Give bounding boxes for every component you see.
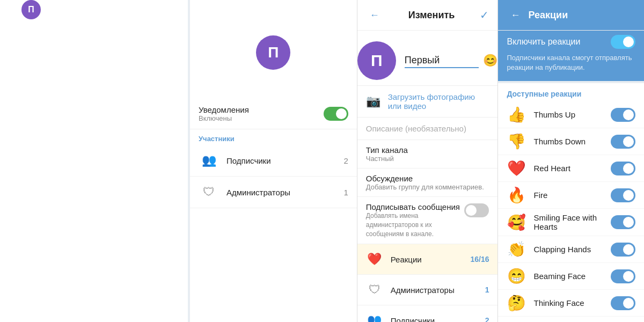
channel-banner-2: ← ✎ ⋮ П Первый частный канал [190, 0, 357, 99]
emoji-button[interactable]: 😊 [483, 54, 497, 68]
reaction-name-1: Thumbs Down [533, 137, 611, 146]
reaction-toggle-3[interactable] [611, 188, 635, 202]
name-input-wrap [405, 54, 479, 68]
reaction-toggle-2[interactable] [611, 162, 635, 175]
mid-menu-item-2[interactable]: 👥 Подписчики 2 [357, 305, 498, 322]
participants-section-header: Участники [190, 129, 357, 145]
reaction-emoji-6: 😁 [507, 267, 526, 285]
channel-center-info: П Первый частный канал [190, 30, 357, 99]
reaction-emoji-2: ❤️ [507, 159, 526, 177]
back-button-1[interactable]: ← [0, 1, 17, 18]
discussion-item[interactable]: Обсуждение Добавить группу для комментар… [357, 169, 498, 197]
menu-badge-1: 1 [485, 286, 489, 294]
reaction-emoji-5: 👏 [507, 240, 526, 258]
reaction-item-7: 🤔 Thinking Face [498, 290, 644, 317]
admins-text: Администраторы [226, 188, 343, 197]
mid-menu-list: ❤️ Реакции 16/16 🛡 Администраторы 1 👥 По… [357, 244, 498, 322]
subscribers-icon: 👥 [199, 150, 219, 171]
avatar-mid: П [357, 41, 396, 80]
more-button-2[interactable]: ⋮ [331, 6, 348, 24]
reaction-item-0: 👍 Thumbs Up [498, 101, 644, 128]
more-button-1[interactable]: ⋮ [171, 1, 188, 18]
channel-header-top: ← П Первый 2 подписчика ⋮ [0, 0, 188, 19]
mid-menu-item-0[interactable]: ❤️ Реакции 16/16 [357, 244, 498, 275]
channel-type: частный канал [250, 84, 297, 92]
notification-toggle[interactable] [324, 107, 348, 121]
available-reactions-header: Доступные реакции [498, 83, 644, 101]
reaction-item-2: ❤️ Red Heart [498, 155, 644, 182]
reaction-name-3: Fire [533, 191, 611, 200]
menu-label-2: Подписчики [391, 316, 485, 322]
subscribers-count-small: 2 подписчика [46, 11, 89, 19]
channel-type-label: Тип канала [366, 145, 489, 155]
sign-messages-toggle[interactable] [464, 203, 489, 217]
reaction-name-0: Thumbs Up [533, 110, 611, 119]
channel-banner-1: ← П Первый 2 подписчика ⋮ [0, 0, 188, 19]
reaction-toggle-5[interactable] [611, 243, 635, 257]
notification-label: Уведомления Включены [199, 105, 324, 122]
reaction-toggle-0[interactable] [611, 108, 635, 122]
upload-row[interactable]: 📷 Загрузить фотографию или видео [357, 86, 498, 118]
description-row[interactable]: Описание (необязательно) [357, 118, 498, 140]
admins-icon: 🛡 [199, 182, 219, 202]
sign-messages-sub: Добавлять имена администраторов к их соо… [366, 211, 465, 238]
subscribers-item[interactable]: 👥 Подписчики 2 [190, 145, 357, 177]
menu-icon-0: ❤️ [366, 251, 383, 268]
reaction-item-1: 👎 Thumbs Down [498, 128, 644, 155]
mid-title: Изменить [383, 10, 480, 21]
right-title: Реакции [524, 10, 635, 21]
right-panel: ← Реакции Включить реакции Подписчики ка… [498, 0, 644, 322]
subscribers-text: Подписчики [226, 156, 343, 165]
menu-icon-1: 🛡 [366, 281, 383, 298]
subscribers-count: 2 [343, 156, 348, 165]
enable-reactions-label: Включить реакции [507, 37, 611, 47]
enable-reactions-toggle[interactable] [611, 35, 635, 49]
avatar-name-row: П 😊 [357, 31, 498, 86]
reaction-toggle-1[interactable] [611, 135, 635, 149]
admins-label: Администраторы [226, 188, 343, 197]
confirm-button[interactable]: ✓ [480, 9, 489, 21]
reaction-emoji-1: 👎 [507, 133, 526, 150]
camera-icon: 📷 [366, 94, 380, 108]
channel-title-small: Первый 2 подписчика [46, 1, 89, 19]
channel-info-center: Первый частный канал [250, 70, 297, 92]
back-button-right[interactable]: ← [507, 6, 524, 24]
menu-badge-0: 16/16 [470, 255, 489, 264]
mid-header: ← Изменить ✓ [357, 0, 498, 31]
admins-count: 1 [343, 188, 348, 197]
channel-type-item[interactable]: Тип канала Частный [357, 140, 498, 169]
left-panel-2: ← ✎ ⋮ П Первый частный канал Уведомления… [190, 0, 357, 322]
channel-name-input[interactable] [405, 54, 479, 68]
reaction-toggle-7[interactable] [611, 296, 635, 310]
reaction-name-7: Thinking Face [533, 298, 611, 308]
menu-icon-2: 👥 [366, 312, 383, 322]
reactions-sub-text: Подписчики канала смогут отправлять реак… [507, 53, 635, 72]
mid-menu-item-1[interactable]: 🛡 Администраторы 1 [357, 275, 498, 305]
reaction-toggle-4[interactable] [611, 215, 635, 229]
sign-messages-row: Подписывать сообщения Добавлять имена ад… [357, 197, 498, 244]
subscribers-label: Подписчики [226, 156, 343, 165]
menu-badge-2: 2 [485, 316, 489, 322]
right-header: ← Реакции [498, 0, 644, 31]
reaction-emoji-7: 🤔 [507, 294, 526, 312]
description-placeholder: Описание (необязательно) [366, 124, 466, 133]
banner-top-row: ← ✎ ⋮ [190, 0, 357, 30]
back-button-2[interactable]: ← [199, 6, 216, 24]
reaction-toggle-6[interactable] [611, 269, 635, 283]
notification-sub: Включены [199, 114, 324, 122]
notification-title: Уведомления [199, 105, 324, 114]
avatar-large: П [256, 35, 290, 70]
sign-messages-label: Подписывать сообщения [366, 202, 465, 211]
menu-label-0: Реакции [391, 255, 471, 264]
upload-label: Загрузить фотографию или видео [388, 92, 489, 111]
reaction-item-4: 🥰 Smiling Face with Hearts [498, 209, 644, 236]
reaction-item-6: 😁 Beaming Face [498, 263, 644, 290]
channel-name-large: Первый [250, 73, 297, 84]
reactions-list: 👍 Thumbs Up 👎 Thumbs Down ❤️ Red Heart 🔥… [498, 101, 644, 321]
menu-label-1: Администраторы [391, 286, 485, 295]
back-button-mid[interactable]: ← [366, 6, 383, 24]
reaction-item-3: 🔥 Fire [498, 182, 644, 209]
admins-item[interactable]: 🛡 Администраторы 1 [190, 177, 357, 208]
discussion-sub: Добавить группу для комментариев. [366, 183, 489, 191]
edit-button[interactable]: ✎ [314, 6, 331, 24]
